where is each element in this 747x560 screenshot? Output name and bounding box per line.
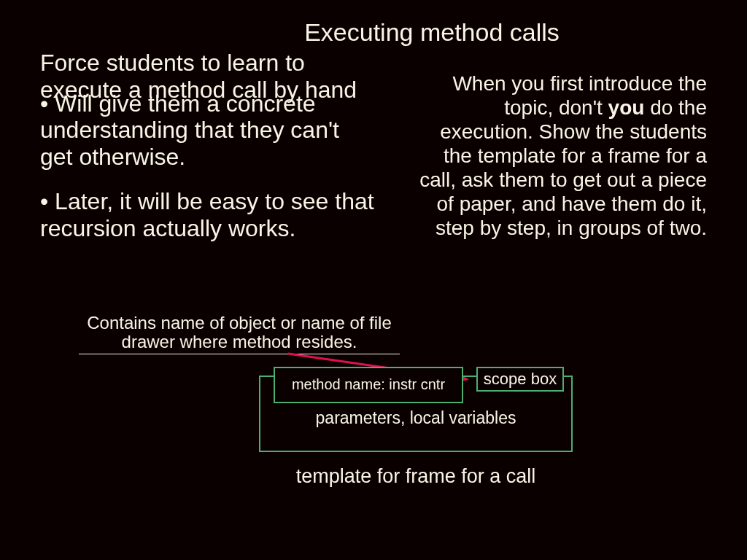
right-text-bold: you — [608, 96, 645, 119]
params-text: parameters, local variables — [259, 408, 573, 428]
method-name-text: method name: instr cntr — [292, 377, 445, 393]
left-column: Force students to learn to execute a met… — [40, 50, 378, 242]
slide: Executing method calls Force students to… — [0, 0, 747, 560]
scope-note: Contains name of object or name of file … — [79, 314, 400, 354]
content-columns: Force students to learn to execute a met… — [40, 50, 707, 242]
bullet-dot-icon: • — [40, 188, 48, 214]
slide-title: Executing method calls — [40, 18, 707, 47]
template-caption: template for frame for a call — [259, 465, 573, 488]
right-column: When you first introduce the topic, don'… — [407, 50, 707, 242]
bullet-1-text: Will give them a concrete understanding … — [40, 90, 339, 171]
bullet-2-text: Later, it will be easy to see that recur… — [40, 188, 374, 241]
method-name-box: method name: instr cntr — [274, 367, 463, 403]
scope-box: scope box — [476, 367, 564, 392]
diagram-area: Contains name of object or name of file … — [40, 306, 704, 525]
bullet-2: • Later, it will be easy to see that rec… — [40, 188, 378, 242]
bullet-dot-icon: • — [40, 90, 48, 117]
right-paragraph: When you first introduce the topic, don'… — [407, 50, 707, 240]
